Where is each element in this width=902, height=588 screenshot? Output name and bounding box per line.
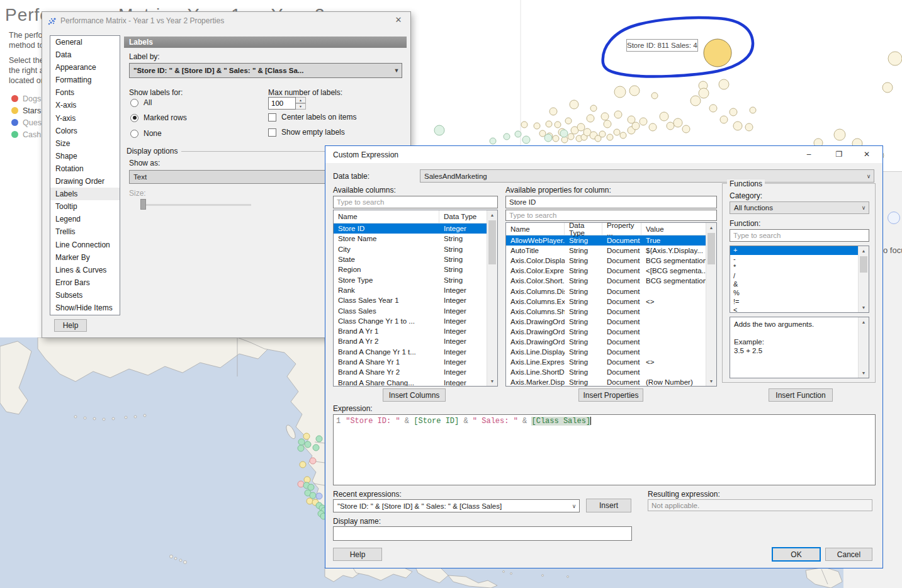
show-empty-checkbox[interactable]: Show empty labels — [268, 128, 345, 137]
map-marker[interactable] — [310, 458, 316, 464]
scroll-down-icon[interactable]: ▼ — [706, 376, 716, 386]
map-marker[interactable] — [305, 441, 311, 448]
recent-expressions-combobox[interactable]: "Store ID: " & [Store ID] & " Sales: " &… — [333, 499, 580, 512]
radio-marked-rows[interactable]: Marked rows — [130, 113, 187, 122]
sidebar-item-trellis[interactable]: Trellis — [50, 225, 120, 238]
column-row[interactable]: Class Change Yr 1 to ...Integer — [334, 316, 497, 326]
scatter-bubble[interactable] — [614, 129, 620, 135]
insert-recent-button[interactable]: Insert — [586, 499, 631, 512]
property-row[interactable]: Axis.Color.Displa...StringDocumentBCG se… — [506, 256, 716, 266]
column-row[interactable]: Brand A Share Chang...Integer — [334, 377, 497, 387]
scatter-bubble[interactable] — [590, 105, 597, 111]
scroll-up-icon[interactable]: ▲ — [859, 246, 869, 256]
sidebar-item-appearance[interactable]: Appearance — [50, 61, 120, 74]
scatter-bubble[interactable] — [667, 122, 674, 130]
scatter-bubble[interactable] — [682, 125, 690, 133]
map-marker[interactable] — [316, 436, 322, 442]
description-scrollbar[interactable]: ▲ ▼ — [858, 317, 869, 378]
display-name-input[interactable] — [333, 526, 632, 541]
scatter-bubble[interactable] — [730, 108, 737, 116]
function-item[interactable]: - — [730, 255, 869, 264]
columns-list-header[interactable]: Name Data Type — [334, 210, 497, 223]
scatter-bubble[interactable] — [691, 96, 701, 106]
label-by-combobox[interactable]: "Store ID: " & [Store ID] & " Sales: " &… — [129, 63, 402, 78]
map-marker[interactable] — [298, 445, 304, 451]
sidebar-item-line-connection[interactable]: Line Connection — [50, 239, 120, 251]
scatter-bubble[interactable] — [674, 118, 682, 127]
property-row[interactable]: Axis.Marker.Disp...StringDocument(Row Nu… — [506, 377, 716, 387]
scatter-bubble[interactable] — [561, 137, 568, 143]
scroll-thumb[interactable] — [708, 233, 715, 264]
category-combobox[interactable]: All functions ∨ — [730, 201, 869, 214]
property-row[interactable]: Axis.DrawingOrd...StringDocument — [506, 337, 716, 347]
radio-all[interactable]: All — [130, 98, 152, 107]
column-row[interactable]: StateString — [334, 254, 497, 264]
header-datatype[interactable]: Data Type — [565, 223, 602, 235]
scatter-bubble[interactable] — [534, 123, 540, 129]
scatter-bubble[interactable] — [629, 86, 640, 96]
sidebar-item-labels[interactable]: Labels — [50, 188, 120, 200]
column-row[interactable]: Brand A Yr 1Integer — [334, 326, 497, 336]
cancel-button[interactable]: Cancel — [825, 548, 872, 561]
property-row[interactable]: Axis.Line.Display...StringDocument — [506, 347, 716, 357]
scatter-bubble[interactable] — [614, 111, 622, 118]
column-row[interactable]: Store IDInteger — [334, 223, 497, 234]
property-row[interactable]: Axis.Columns.Sh...StringDocument — [506, 307, 716, 317]
map-marker[interactable] — [304, 477, 310, 483]
function-search-input[interactable] — [730, 229, 869, 242]
column-row[interactable]: CityString — [334, 244, 497, 254]
scatter-bubble[interactable] — [601, 113, 609, 120]
map-marker[interactable] — [300, 461, 306, 468]
map-marker[interactable] — [316, 493, 322, 499]
property-row[interactable]: Axis.Line.ShortDi...StringDocument — [506, 367, 716, 377]
map-marker[interactable] — [298, 481, 304, 487]
scroll-up-icon[interactable]: ▲ — [859, 317, 869, 327]
scatter-bubble[interactable] — [568, 133, 574, 140]
property-row[interactable]: Axis.Color.Expre...StringDocument<[BCG s… — [506, 266, 716, 276]
scatter-bubble[interactable] — [560, 130, 568, 137]
column-row[interactable]: Brand A Share Yr 1Integer — [334, 357, 497, 367]
scatter-bubble[interactable] — [640, 118, 647, 125]
header-name[interactable]: Name — [506, 223, 565, 235]
sidebar-item-rotation[interactable]: Rotation — [50, 162, 120, 175]
scatter-bubble[interactable] — [434, 125, 444, 135]
minimize-icon[interactable]: – — [798, 146, 820, 163]
scatter-bubble[interactable] — [587, 115, 594, 122]
property-row[interactable]: Axis.DrawingOrd...StringDocument — [506, 327, 716, 337]
header-name[interactable]: Name — [334, 210, 439, 223]
sidebar-item-subsets[interactable]: Subsets — [50, 289, 120, 302]
sidebar-item-general[interactable]: General — [50, 36, 120, 48]
scatter-bubble[interactable] — [555, 122, 561, 128]
scatter-bubble[interactable] — [490, 138, 496, 144]
property-row[interactable]: Axis.Columns.Dis...StringDocument — [506, 286, 716, 296]
sidebar-item-data[interactable]: Data — [50, 48, 120, 61]
insert-columns-button[interactable]: Insert Columns — [383, 388, 446, 402]
scatter-bubble[interactable] — [882, 82, 893, 93]
sidebar-item-error-bars[interactable]: Error Bars — [50, 276, 120, 289]
scatter-bubble[interactable] — [504, 133, 510, 140]
scroll-down-icon[interactable]: ▼ — [859, 303, 869, 312]
sidebar-item-shape[interactable]: Shape — [50, 150, 120, 162]
property-row[interactable]: Axis.Columns.Ex...StringDocument<> — [506, 297, 716, 307]
property-row[interactable]: AllowWebPlayer...StringDocumentTrue — [506, 235, 716, 246]
insert-properties-button[interactable]: Insert Properties — [578, 388, 643, 402]
spinner-down-icon[interactable]: ▼ — [296, 103, 306, 110]
scatter-bubble[interactable] — [553, 135, 559, 142]
scatter-bubble[interactable] — [651, 93, 658, 99]
scatter-bubble[interactable] — [550, 108, 557, 115]
properties-titlebar[interactable]: Performance Matrix - Year 1 vs Year 2 Pr… — [42, 12, 410, 30]
scatter-bubble[interactable] — [522, 136, 530, 144]
scatter-bubble[interactable] — [577, 123, 585, 131]
data-table-combobox[interactable]: SalesAndMarketing ∨ — [420, 169, 874, 183]
scroll-up-icon[interactable]: ▲ — [487, 210, 497, 220]
functions-scrollbar[interactable]: ▲ ▼ — [858, 246, 869, 312]
spinner-up-icon[interactable]: ▲ — [296, 97, 306, 103]
scatter-bubble[interactable] — [719, 79, 729, 89]
sidebar-item-marker-by[interactable]: Marker By — [50, 251, 120, 264]
scatter-bubble[interactable] — [565, 118, 572, 124]
scatter-bubble[interactable] — [620, 132, 626, 139]
scatter-bubble[interactable] — [515, 131, 521, 137]
properties-search-input[interactable] — [505, 210, 717, 221]
map-marker[interactable] — [313, 444, 319, 451]
max-labels-input[interactable] — [268, 97, 296, 110]
